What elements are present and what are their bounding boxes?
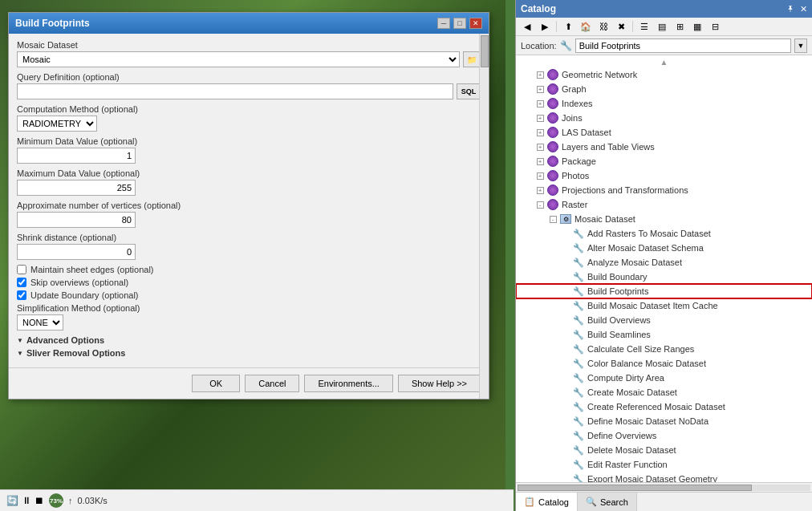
tree-item-compute-dirty[interactable]: 🔧 Compute Dirty Area <box>516 371 812 385</box>
tree-item-build-mosaic-cache[interactable]: 🔧 Build Mosaic Dataset Item Cache <box>516 298 812 313</box>
add-rasters-icon: 🔧 <box>572 227 585 240</box>
ok-button[interactable]: OK <box>192 375 240 392</box>
expand-photos[interactable]: + <box>535 171 545 180</box>
expand-las[interactable]: + <box>535 128 545 137</box>
up-button[interactable]: ⬆ <box>560 19 576 34</box>
tree-item-define-overviews[interactable]: 🔧 Define Overviews <box>516 428 812 443</box>
options-button[interactable]: ☰ <box>636 19 652 34</box>
connect-button[interactable]: ⛓ <box>595 19 611 34</box>
catalog-close-button[interactable]: ✕ <box>800 4 807 14</box>
shrink-input[interactable] <box>17 244 136 260</box>
update-checkbox-row: Update Boundary (optional) <box>17 290 481 300</box>
location-input[interactable] <box>575 39 791 53</box>
expand-graph[interactable]: + <box>535 84 545 94</box>
maximize-button[interactable]: □ <box>453 18 466 29</box>
tree-item-build-overviews[interactable]: 🔧 Build Overviews <box>516 313 812 327</box>
projections-icon <box>546 184 559 197</box>
tree-item-analyze-mosaic[interactable]: 🔧 Analyze Mosaic Dataset <box>516 255 812 270</box>
dialog-titlebar: Build Footprints ─ □ ✕ <box>9 13 489 34</box>
tree-item-package[interactable]: + Package <box>516 154 812 168</box>
show-help-button[interactable]: Show Help >> <box>398 375 481 392</box>
view1-button[interactable]: ▤ <box>654 19 670 34</box>
scrollbar-handle[interactable] <box>518 485 752 491</box>
location-dropdown-button[interactable]: ▼ <box>794 39 807 53</box>
disconnect-button[interactable]: ✖ <box>613 19 629 34</box>
tree-item-alter-mosaic[interactable]: 🔧 Alter Mosaic Dataset Schema <box>516 241 812 255</box>
dialog-scrollbar[interactable] <box>479 34 489 399</box>
min-data-input[interactable] <box>17 148 136 164</box>
max-data-input[interactable] <box>17 180 136 196</box>
define-overviews-icon: 🔧 <box>572 429 585 442</box>
tree-item-graph[interactable]: + Graph <box>516 82 812 96</box>
tree-item-build-boundary[interactable]: 🔧 Build Boundary <box>516 270 812 284</box>
tree-item-photos[interactable]: + Photos <box>516 168 812 183</box>
tree-item-las-dataset[interactable]: + LAS Dataset <box>516 125 812 140</box>
tree-item-joins[interactable]: + Joins <box>516 111 812 125</box>
tree-item-add-rasters[interactable]: 🔧 Add Rasters To Mosaic Dataset <box>516 226 812 241</box>
catalog-tree[interactable]: ▲ + Geometric Network + Graph + Indexes … <box>516 55 812 482</box>
tree-item-color-balance[interactable]: 🔧 Color Balance Mosaic Dataset <box>516 356 812 371</box>
mosaic-dataset-select[interactable]: Mosaic <box>17 51 460 67</box>
tree-item-build-footprints[interactable]: 🔧 Build Footprints <box>516 284 812 298</box>
tree-item-raster[interactable]: - Raster <box>516 197 812 212</box>
joins-icon <box>546 112 559 124</box>
view4-button[interactable]: ⊟ <box>707 19 723 34</box>
expand-raster[interactable]: - <box>535 200 545 209</box>
tree-item-build-seamlines[interactable]: 🔧 Build Seamlines <box>516 327 812 342</box>
skip-checkbox[interactable] <box>17 278 26 287</box>
scrollbar-thumb[interactable] <box>481 35 489 67</box>
scrollbar-track[interactable] <box>518 485 810 491</box>
tree-item-create-referenced[interactable]: 🔧 Create Referenced Mosaic Dataset <box>516 399 812 414</box>
build-overviews-icon: 🔧 <box>572 314 585 326</box>
close-button[interactable]: ✕ <box>469 18 482 29</box>
catalog-tab[interactable]: 📋 Catalog <box>516 493 578 511</box>
tree-item-export-geometry[interactable]: 🔧 Export Mosaic Dataset Geometry <box>516 472 812 482</box>
tree-item-calc-cell-size[interactable]: 🔧 Calculate Cell Size Ranges <box>516 342 812 356</box>
tree-item-projections[interactable]: + Projections and Transformations <box>516 183 812 197</box>
tree-item-delete-mosaic[interactable]: 🔧 Delete Mosaic Dataset <box>516 443 812 457</box>
minimize-button[interactable]: ─ <box>437 18 450 29</box>
view2-button[interactable]: ⊞ <box>672 19 688 34</box>
expand-layers[interactable]: + <box>535 142 545 152</box>
expand-indexes[interactable]: + <box>535 99 545 108</box>
environments-button[interactable]: Environments... <box>304 375 392 392</box>
tree-item-geometric-network[interactable]: + Geometric Network <box>516 67 812 82</box>
maintain-checkbox[interactable] <box>17 265 26 274</box>
horizontal-scrollbar[interactable] <box>516 482 812 492</box>
mosaic-folder-button[interactable]: 📁 <box>463 51 481 67</box>
advanced-options-header[interactable]: Advanced Options <box>17 335 481 345</box>
simplification-select[interactable]: NONE <box>17 314 63 331</box>
computation-method-group: Computation Method (optional) RADIOMETRY <box>17 104 481 132</box>
expand-joins[interactable]: + <box>535 113 545 123</box>
tree-item-mosaic-dataset[interactable]: - ⚙ Mosaic Dataset <box>516 212 812 226</box>
expand-package[interactable]: + <box>535 156 545 166</box>
sliver-options-header[interactable]: Sliver Removal Options <box>17 348 481 358</box>
sql-button[interactable]: SQL <box>457 83 481 99</box>
expand-mosaic[interactable]: - <box>548 214 558 224</box>
catalog-pin-button[interactable]: 🖈 <box>786 4 795 14</box>
update-checkbox[interactable] <box>17 290 26 300</box>
cancel-button[interactable]: Cancel <box>245 375 299 392</box>
expand-projections[interactable]: + <box>535 185 545 195</box>
tree-item-indexes[interactable]: + Indexes <box>516 96 812 111</box>
back-button[interactable]: ◀ <box>519 19 535 34</box>
expand-build-seamlines <box>561 330 570 339</box>
shrink-distance-group: Shrink distance (optional) <box>17 233 481 260</box>
approx-vertices-input[interactable] <box>17 212 136 228</box>
search-tab[interactable]: 🔍 Search <box>578 493 637 511</box>
expand-geometric-network[interactable]: + <box>535 70 545 79</box>
comp-method-select[interactable]: RADIOMETRY <box>17 116 97 132</box>
delete-mosaic-icon: 🔧 <box>572 444 585 456</box>
tree-item-create-mosaic[interactable]: 🔧 Create Mosaic Dataset <box>516 385 812 399</box>
tree-item-layers[interactable]: + Layers and Table Views <box>516 140 812 154</box>
max-data-label: Maximum Data Value (optional) <box>17 168 481 178</box>
tree-item-define-nodata[interactable]: 🔧 Define Mosaic Dataset NoData <box>516 414 812 428</box>
view3-button[interactable]: ▦ <box>689 19 705 34</box>
tree-item-edit-raster[interactable]: 🔧 Edit Raster Function <box>516 457 812 472</box>
forward-button[interactable]: ▶ <box>537 19 553 34</box>
status-icon1: 🔄 <box>6 495 18 506</box>
query-def-input[interactable] <box>17 83 453 99</box>
add-rasters-label: Add Rasters To Mosaic Dataset <box>587 229 711 238</box>
build-footprints-dialog: Build Footprints ─ □ ✕ Mosaic Dataset Mo… <box>8 12 489 399</box>
home-button[interactable]: 🏠 <box>578 19 594 34</box>
